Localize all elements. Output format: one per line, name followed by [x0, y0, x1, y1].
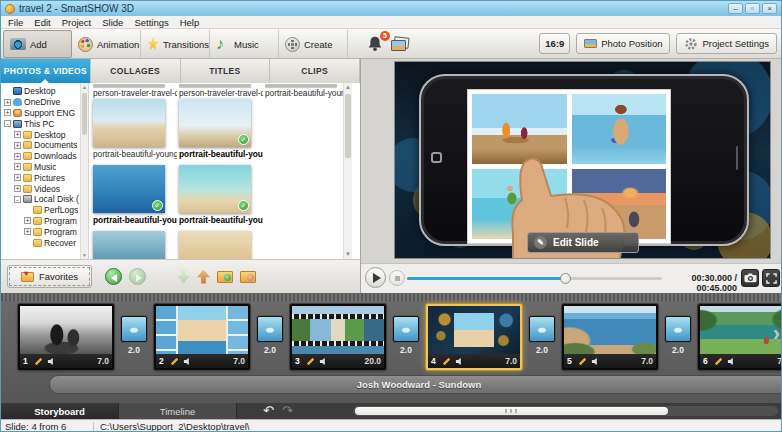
photo-thumbnail[interactable]	[265, 84, 337, 87]
library-tab[interactable]: CLIPS	[270, 59, 360, 83]
photos-stack-icon[interactable]	[391, 37, 411, 52]
minimize-button[interactable]: –	[728, 3, 743, 14]
tree-scrollbar[interactable]	[80, 83, 88, 259]
speaker-icon[interactable]	[455, 357, 464, 366]
menu-item[interactable]: Settings	[134, 17, 168, 28]
speaker-icon[interactable]	[727, 357, 736, 366]
library-tab[interactable]: PHOTOS & VIDEOS	[1, 59, 91, 83]
project-settings-button[interactable]: Project Settings	[676, 33, 777, 54]
photo-position-button[interactable]: Photo Position	[576, 33, 670, 54]
transition-thumbnail[interactable]	[665, 316, 691, 342]
edit-pencil-icon[interactable]	[305, 356, 316, 367]
storyboard-slide[interactable]: 4 7.0	[426, 304, 522, 370]
add-to-project-icon[interactable]	[177, 270, 190, 284]
forward-button[interactable]	[129, 268, 146, 285]
tree-toggle[interactable]: +	[24, 217, 31, 224]
tree-toggle[interactable]	[24, 239, 31, 246]
transition-thumbnail[interactable]	[393, 316, 419, 342]
aspect-ratio-button[interactable]: 16:9	[539, 33, 570, 54]
tree-item[interactable]: + Program	[1, 216, 79, 227]
folder-photos-icon[interactable]	[240, 271, 256, 283]
notifications-bell-icon[interactable]: 5	[367, 35, 385, 54]
tree-item[interactable]: + Desktop	[1, 129, 79, 140]
tree-toggle[interactable]: +	[14, 163, 21, 170]
scrollbar-handle[interactable]	[355, 407, 668, 415]
transition-thumbnail[interactable]	[529, 316, 555, 342]
menu-item[interactable]: File	[8, 17, 23, 28]
menu-item[interactable]: Slide	[102, 17, 123, 28]
edit-pencil-icon[interactable]	[169, 356, 180, 367]
tree-toggle[interactable]: +	[14, 185, 21, 192]
favorites-button[interactable]: Favorites	[7, 265, 92, 288]
tree-toggle[interactable]: +	[14, 174, 21, 181]
toolbar-tab[interactable]: Create	[279, 30, 348, 58]
tree-item[interactable]: + Music	[1, 162, 79, 173]
speaker-icon[interactable]	[591, 357, 600, 366]
back-button[interactable]	[105, 268, 122, 285]
storyboard-slide[interactable]: 2 7.0	[154, 304, 250, 370]
undo-button[interactable]	[263, 404, 274, 418]
tree-item[interactable]: - Local Disk (	[1, 194, 79, 205]
tree-item[interactable]: Recover	[1, 237, 79, 248]
photo-thumbnail[interactable]	[179, 231, 251, 259]
fullscreen-button[interactable]	[762, 269, 780, 287]
view-mode-tab[interactable]: Storyboard	[1, 403, 119, 419]
edit-pencil-icon[interactable]	[577, 356, 588, 367]
speaker-icon[interactable]	[183, 357, 192, 366]
photos-scrollbar[interactable]	[343, 83, 352, 259]
storyboard-slide[interactable]: 1 7.0	[18, 304, 114, 370]
photo-thumbnail[interactable]	[93, 84, 165, 87]
toolbar-tab[interactable]: Animation	[72, 30, 141, 58]
tree-toggle[interactable]: -	[4, 120, 11, 127]
toolbar-tab[interactable]: Transitions	[141, 30, 210, 58]
up-level-icon[interactable]	[197, 270, 210, 284]
menu-item[interactable]: Edit	[34, 17, 50, 28]
stop-button[interactable]	[389, 270, 405, 286]
tree-toggle[interactable]: +	[14, 131, 21, 138]
tree-item[interactable]: - This PC	[1, 118, 79, 129]
seek-knob[interactable]	[560, 273, 571, 284]
toolbar-tab[interactable]: Music	[210, 30, 279, 58]
redo-button[interactable]	[282, 404, 293, 418]
storyboard-next-icon[interactable]	[773, 323, 780, 345]
photo-thumbnail[interactable]	[179, 165, 251, 213]
snapshot-button[interactable]	[741, 269, 759, 287]
tree-toggle[interactable]: +	[4, 99, 11, 106]
tree-item[interactable]: + Documents	[1, 140, 79, 151]
tree-toggle[interactable]: +	[4, 109, 11, 116]
transition-thumbnail[interactable]	[257, 316, 283, 342]
menu-item[interactable]: Project	[62, 17, 92, 28]
speaker-icon[interactable]	[319, 357, 328, 366]
scrollbar-handle[interactable]	[345, 94, 351, 158]
tree-item[interactable]: + Program	[1, 226, 79, 237]
music-track-bar[interactable]: Josh Woodward - Sundown	[49, 375, 782, 394]
tree-toggle[interactable]: +	[24, 228, 31, 235]
view-mode-tab[interactable]: Timeline	[119, 403, 237, 419]
scroll-down-icon[interactable]	[344, 250, 352, 259]
play-button[interactable]	[365, 267, 386, 288]
menu-item[interactable]: Help	[180, 17, 200, 28]
close-button[interactable]: ×	[762, 3, 777, 14]
library-tab[interactable]: COLLAGES	[91, 59, 181, 83]
edit-pencil-icon[interactable]	[713, 356, 724, 367]
speaker-icon[interactable]	[47, 357, 56, 366]
scrollbar-handle[interactable]	[82, 93, 87, 135]
scroll-up-icon[interactable]	[344, 83, 352, 92]
tree-item[interactable]: + Support ENG	[1, 108, 79, 119]
tree-toggle[interactable]: +	[14, 153, 21, 160]
scroll-up-icon[interactable]	[81, 83, 88, 91]
photo-thumbnail[interactable]	[179, 84, 251, 87]
library-tab[interactable]: TITLES	[181, 59, 271, 83]
photo-thumbnail[interactable]	[93, 231, 165, 259]
tree-toggle[interactable]: +	[14, 142, 21, 149]
maximize-button[interactable]: ▫	[745, 3, 760, 14]
tree-toggle[interactable]	[4, 88, 11, 95]
tree-item[interactable]: Desktop	[1, 86, 79, 97]
storyboard-scrollbar[interactable]	[353, 406, 778, 416]
tree-item[interactable]: + Videos	[1, 183, 79, 194]
storyboard-slide[interactable]: 5 7.0	[562, 304, 658, 370]
folder-add-icon[interactable]	[217, 271, 233, 283]
photo-thumbnail[interactable]	[93, 99, 165, 147]
edit-pencil-icon[interactable]	[33, 356, 44, 367]
tree-item[interactable]: + OneDrive	[1, 97, 79, 108]
